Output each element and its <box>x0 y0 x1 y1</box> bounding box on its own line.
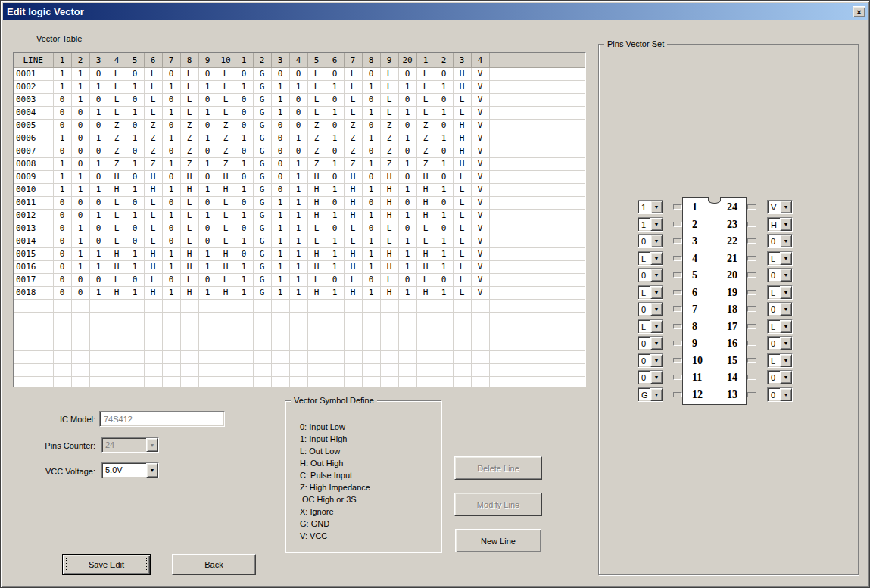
pin-9-vector-select[interactable]: 0▼ <box>638 336 663 350</box>
pin-stub <box>673 324 682 329</box>
vector-value-cell: 1 <box>53 67 71 80</box>
vector-value-cell <box>89 325 108 338</box>
vector-value-cell <box>144 350 162 363</box>
dropdown-arrow-icon[interactable]: ▼ <box>780 218 792 231</box>
vector-table-row[interactable]: 0012001L1L1L1L1G11H1H1H1H1LV <box>14 209 585 222</box>
pin-24-vector-select[interactable]: V▼ <box>767 200 793 214</box>
vector-table-row[interactable]: 0011000L0L0L0L0G11H0H0H0H0LV <box>14 196 585 209</box>
vector-table-row[interactable]: 0001110L0L0L0L0G00L0L0L0L0HV <box>14 67 585 80</box>
new-line-button[interactable]: New Line <box>455 529 541 552</box>
vector-value-cell: 1 <box>289 247 307 260</box>
dropdown-arrow-icon[interactable]: ▼ <box>650 286 663 299</box>
pin-11-vector-select[interactable]: 0▼ <box>638 370 663 384</box>
dropdown-arrow-icon[interactable]: ▼ <box>780 269 792 282</box>
filler-cell <box>489 312 585 325</box>
vector-table-row[interactable]: 0003010L0L0L0L0G10L0L0L0L0LV <box>14 93 585 106</box>
pin-14-vector-select[interactable]: 0▼ <box>767 370 793 384</box>
vector-table-row[interactable]: 0005000Z0Z0Z0Z0G00Z0Z0Z0Z0HV <box>14 119 585 132</box>
pin-17-vector-select[interactable]: L▼ <box>767 319 793 334</box>
dropdown-arrow-icon[interactable]: ▼ <box>650 303 663 316</box>
pin-5-vector-select[interactable]: 0▼ <box>638 268 663 282</box>
pin-13-vector-select[interactable]: 0▼ <box>767 387 793 402</box>
pin-3-vector-select[interactable]: 0▼ <box>638 234 663 248</box>
vector-value-cell <box>126 299 144 312</box>
vector-table-row[interactable]: 0010111H1H1H1H1G01H1H1H1H1LV <box>14 183 585 196</box>
dropdown-arrow-icon[interactable]: ▼ <box>780 354 792 367</box>
pin-20-vector-select[interactable]: 0▼ <box>767 268 793 282</box>
vector-value-cell <box>271 312 289 325</box>
pin-8-vector-select[interactable]: L▼ <box>638 319 663 334</box>
pin-23-vector-select[interactable]: H▼ <box>767 217 793 232</box>
close-button[interactable]: × <box>853 6 865 17</box>
vector-table-row[interactable]: 0002111L1L1L1L1G11L1L1L1L1HV <box>14 80 585 93</box>
dropdown-arrow-icon[interactable]: ▼ <box>780 235 792 247</box>
dropdown-arrow-icon[interactable]: ▼ <box>650 252 663 265</box>
vector-table-row[interactable]: 0008101Z1Z1Z1Z1G01Z1Z1Z1Z1HV <box>14 157 585 170</box>
dropdown-arrow-icon[interactable]: ▼ <box>780 337 792 350</box>
pin-6-vector-select[interactable]: L▼ <box>638 285 663 300</box>
vector-value-cell: H <box>344 247 362 260</box>
vector-value-cell: G <box>253 80 271 93</box>
vector-table-row[interactable]: 0018001H1H1H1H1G11H1H1H1H1LV <box>14 286 585 299</box>
dropdown-arrow-icon[interactable]: ▼ <box>780 303 792 316</box>
vector-value-cell: 0 <box>326 93 344 106</box>
pin-7-vector-select[interactable]: 0▼ <box>638 302 663 316</box>
dropdown-arrow-icon[interactable]: ▼ <box>780 388 792 401</box>
pin-18-vector-select[interactable]: 0▼ <box>767 302 793 316</box>
dropdown-arrow-icon[interactable]: ▼ <box>780 320 792 333</box>
vector-table-row[interactable]: 0013010L0L0L0L0G11L0L0L0L0LV <box>14 222 585 235</box>
back-button[interactable]: Back <box>172 554 256 575</box>
vector-value-cell: 1 <box>398 286 416 299</box>
vector-table-row[interactable]: 0006101Z1Z1Z1Z1G01Z1Z1Z1Z1HV <box>14 132 585 145</box>
vector-value-cell: 0 <box>53 209 71 222</box>
dropdown-arrow-icon[interactable]: ▼ <box>650 371 663 384</box>
title-bar: Edit logic Vector <box>3 3 868 20</box>
vector-value-cell: H <box>344 209 362 222</box>
dropdown-arrow-icon[interactable]: ▼ <box>780 201 792 213</box>
pin-16-vector-select[interactable]: 0▼ <box>767 336 793 350</box>
dropdown-arrow-icon[interactable]: ▼ <box>650 388 663 401</box>
pin-10-vector-select[interactable]: 0▼ <box>638 353 663 368</box>
pin-2-vector-select[interactable]: 1▼ <box>638 217 663 232</box>
vector-table-row[interactable]: 0015011H1H1H1H0G11H1H1H1H1LV <box>14 247 585 260</box>
vector-table-row[interactable]: 0004001L1L1L1L0G10L1L1L1L1LV <box>14 106 585 119</box>
dropdown-arrow-icon[interactable]: ▼ <box>650 320 663 333</box>
vector-value-cell: 1 <box>398 106 416 119</box>
dropdown-arrow-icon[interactable]: ▼ <box>650 269 663 282</box>
save-edit-button[interactable]: Save Edit <box>62 554 151 575</box>
dropdown-arrow-icon[interactable]: ▼ <box>650 354 663 367</box>
vector-table-row[interactable]: 0014010L0L0L0L1G11L1L1L1L1LV <box>14 235 585 247</box>
pin-21-vector-select[interactable]: L▼ <box>767 251 793 266</box>
vector-value-cell: L <box>217 209 235 222</box>
dropdown-arrow-icon[interactable]: ▼ <box>780 252 792 265</box>
dropdown-arrow-icon[interactable]: ▼ <box>780 286 792 299</box>
pin-22-vector-select[interactable]: 0▼ <box>767 234 793 248</box>
dropdown-arrow-icon[interactable]: ▼ <box>650 235 663 247</box>
vector-table-row[interactable]: 0009110H0H0H0H0G01H0H0H0H0LV <box>14 170 585 183</box>
vcc-voltage-select[interactable]: 5.0V ▼ <box>101 462 159 478</box>
dropdown-arrow-icon[interactable]: ▼ <box>650 218 663 231</box>
pin-4-vector-select[interactable]: L▼ <box>638 251 663 266</box>
vector-table[interactable]: LINE12345678910123456789201234 0001110L0… <box>13 52 586 387</box>
vector-value-cell <box>362 376 380 387</box>
vector-value-cell: H <box>453 157 471 170</box>
vector-value-cell <box>435 299 453 312</box>
dropdown-arrow-icon[interactable]: ▼ <box>650 337 663 350</box>
dropdown-arrow-icon[interactable]: ▼ <box>146 463 158 478</box>
vector-value-cell: 1 <box>162 247 180 260</box>
pin-12-vector-select[interactable]: G▼ <box>638 387 663 402</box>
vector-table-row[interactable]: 0017000L0L0L0L1G11L0L0L0L0LV <box>14 273 585 286</box>
vector-value-cell: 0 <box>326 67 344 80</box>
vector-value-cell: 1 <box>326 80 344 93</box>
pin-19-vector-select[interactable]: L▼ <box>767 285 793 300</box>
vector-value-cell: 0 <box>89 67 108 80</box>
vector-value-cell: 1 <box>53 132 71 145</box>
vector-table-row[interactable]: 0016011H1H1H1H1G11H1H1H1H1LV <box>14 260 585 273</box>
pin-15-vector-select[interactable]: L▼ <box>767 353 793 368</box>
dropdown-arrow-icon[interactable]: ▼ <box>780 371 792 384</box>
vector-table-row[interactable]: 0007000Z0Z0Z0Z0G00Z0Z0Z0Z0HV <box>14 145 585 157</box>
pin-1-vector-select[interactable]: 1▼ <box>638 200 663 214</box>
vector-value-cell: G <box>253 196 271 209</box>
dropdown-arrow-icon[interactable]: ▼ <box>650 201 663 213</box>
pin-number: 13 <box>715 388 737 402</box>
